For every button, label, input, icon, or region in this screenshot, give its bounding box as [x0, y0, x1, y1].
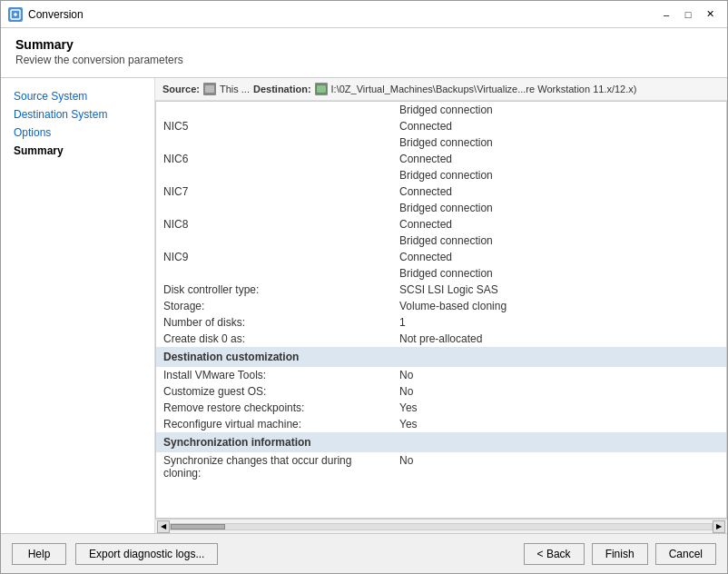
scrollbar-track[interactable]: [170, 523, 713, 530]
row-label: Storage:: [156, 298, 392, 314]
table-row: Disk controller type:SCSI LSI Logic SAS: [156, 282, 726, 298]
table-row: Customize guest OS:No: [156, 383, 726, 400]
dest-label: Destination:: [253, 84, 311, 94]
table-row: Bridged connection: [156, 265, 726, 282]
table-row: Bridged connection: [156, 167, 726, 183]
summary-table: Bridged connectionNIC5ConnectedBridged c…: [156, 102, 726, 481]
svg-rect-4: [317, 85, 326, 93]
sidebar-item-source-system[interactable]: Source System: [1, 87, 154, 105]
row-label: Create disk 0 as:: [156, 331, 392, 347]
window-controls: – □ ✕: [656, 5, 720, 25]
row-value: Yes: [392, 400, 726, 416]
table-row: Remove restore checkpoints:Yes: [156, 400, 726, 416]
header-title: Summary: [15, 37, 713, 52]
path-bar: Source: This ... Destination: I:\0Z_Virt…: [155, 78, 727, 101]
row-label: NIC6: [156, 151, 392, 167]
row-label: [156, 265, 392, 282]
section-header-label: Synchronization information: [156, 432, 726, 452]
row-label: [156, 233, 392, 249]
finish-button[interactable]: Finish: [592, 543, 648, 565]
row-value: Yes: [392, 416, 726, 432]
row-label: [156, 200, 392, 216]
footer: Help Export diagnostic logs... < Back Fi…: [1, 533, 727, 573]
header: Summary Review the conversion parameters: [1, 28, 727, 78]
scroll-right-button[interactable]: ▶: [713, 520, 725, 533]
row-value: Connected: [392, 216, 726, 233]
sidebar-item-destination-system[interactable]: Destination System: [1, 105, 154, 124]
row-label: NIC7: [156, 183, 392, 200]
row-value: Bridged connection: [392, 200, 726, 216]
row-value: Bridged connection: [392, 134, 726, 151]
row-label: Number of disks:: [156, 314, 392, 331]
row-label: Customize guest OS:: [156, 383, 392, 400]
header-subtitle: Review the conversion parameters: [15, 54, 713, 66]
back-button[interactable]: < Back: [524, 543, 585, 565]
summary-scroll-area[interactable]: Bridged connectionNIC5ConnectedBridged c…: [155, 101, 727, 519]
title-bar: Conversion – □ ✕: [1, 1, 727, 28]
svg-rect-2: [205, 85, 214, 93]
row-label: NIC9: [156, 249, 392, 265]
row-label: Synchronize changes that occur during cl…: [156, 452, 392, 481]
main-window: Conversion – □ ✕ Summary Review the conv…: [0, 0, 728, 574]
row-value: Bridged connection: [392, 102, 726, 118]
help-button[interactable]: Help: [12, 543, 66, 565]
table-row: Create disk 0 as:Not pre-allocated: [156, 331, 726, 347]
table-row: Bridged connection: [156, 233, 726, 249]
table-row: NIC6Connected: [156, 151, 726, 167]
row-value: No: [392, 383, 726, 400]
table-row: NIC8Connected: [156, 216, 726, 233]
window-icon: [8, 7, 23, 22]
sidebar-item-options[interactable]: Options: [1, 124, 154, 142]
row-value: Not pre-allocated: [392, 331, 726, 347]
row-label: NIC5: [156, 118, 392, 134]
row-value: 1: [392, 314, 726, 331]
minimize-button[interactable]: –: [656, 5, 676, 25]
sidebar-item-summary: Summary: [1, 142, 154, 160]
table-row: Reconfigure virtual machine:Yes: [156, 416, 726, 432]
row-value: Connected: [392, 151, 726, 167]
table-row: NIC9Connected: [156, 249, 726, 265]
row-value: SCSI LSI Logic SAS: [392, 282, 726, 298]
table-row: Synchronize changes that occur during cl…: [156, 452, 726, 481]
table-row: Number of disks:1: [156, 314, 726, 331]
table-row: Install VMware Tools:No: [156, 367, 726, 383]
table-row: NIC7Connected: [156, 183, 726, 200]
source-label: Source:: [162, 84, 200, 94]
table-row: NIC5Connected: [156, 118, 726, 134]
row-label: NIC8: [156, 216, 392, 233]
section-header-label: Destination customization: [156, 347, 726, 367]
table-row: Bridged connection: [156, 134, 726, 151]
row-label: Install VMware Tools:: [156, 367, 392, 383]
row-value: Connected: [392, 183, 726, 200]
row-value: Bridged connection: [392, 233, 726, 249]
row-label: Reconfigure virtual machine:: [156, 416, 392, 432]
row-label: Disk controller type:: [156, 282, 392, 298]
row-label: Remove restore checkpoints:: [156, 400, 392, 416]
export-logs-button[interactable]: Export diagnostic logs...: [75, 543, 218, 565]
maximize-button[interactable]: □: [678, 5, 698, 25]
row-value: No: [392, 452, 726, 481]
row-value: Connected: [392, 249, 726, 265]
sidebar: Source System Destination System Options…: [1, 78, 155, 533]
content-area: Source System Destination System Options…: [1, 78, 727, 533]
table-row: Bridged connection: [156, 200, 726, 216]
row-value: No: [392, 367, 726, 383]
cancel-button[interactable]: Cancel: [655, 543, 716, 565]
source-value: This ...: [220, 84, 250, 94]
source-icon: [203, 83, 216, 95]
row-label: [156, 167, 392, 183]
row-label: [156, 134, 392, 151]
close-button[interactable]: ✕: [700, 5, 720, 25]
table-row: Bridged connection: [156, 102, 726, 118]
table-row: Storage:Volume-based cloning: [156, 298, 726, 314]
table-row: Synchronization information: [156, 432, 726, 452]
row-value: Bridged connection: [392, 167, 726, 183]
row-value: Connected: [392, 118, 726, 134]
scrollbar-thumb[interactable]: [171, 524, 225, 529]
dest-icon: [315, 83, 328, 95]
main-panel: Source: This ... Destination: I:\0Z_Virt…: [155, 78, 727, 533]
dest-value: I:\0Z_Virtual_Machines\Backups\Virtualiz…: [331, 84, 637, 94]
row-value: Volume-based cloning: [392, 298, 726, 314]
horizontal-scrollbar[interactable]: ◀ ▶: [155, 519, 727, 533]
scroll-left-button[interactable]: ◀: [157, 520, 170, 533]
